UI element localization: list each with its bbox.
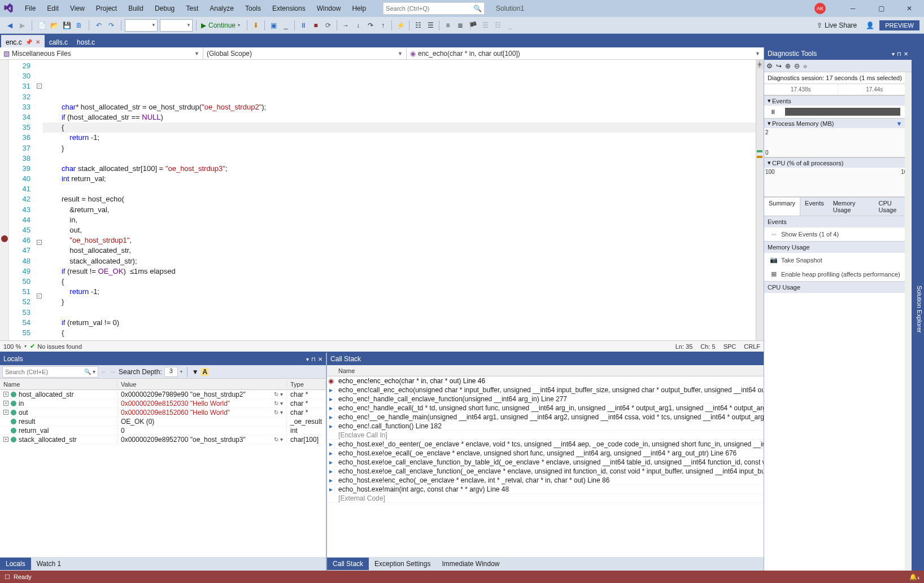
depth-input[interactable]: 3 — [164, 367, 178, 377]
toolbar-icon[interactable]: ☷ — [491, 19, 504, 32]
hot-reload-icon[interactable]: ▣ — [267, 19, 280, 32]
menu-file[interactable]: File — [19, 2, 41, 15]
column-name[interactable]: Name — [335, 367, 794, 374]
diag-tab-events[interactable]: Events — [800, 198, 829, 216]
step-over-button[interactable]: ↷ — [364, 19, 377, 32]
events-header[interactable]: ▾ Events — [764, 95, 912, 106]
dropdown-icon[interactable]: ▾ — [306, 356, 309, 362]
callstack-row[interactable]: ▸echo_host.exe!oe_call_enclave_function_… — [327, 458, 816, 467]
callstack-row[interactable]: ▸echo_host.exe!oe_ecall(_oe_enclave * en… — [327, 449, 816, 458]
locals-row[interactable]: + out0x00000209e8152060 "Hello World"↻ ▾… — [0, 408, 326, 417]
nav-fwd-button[interactable]: ▶ — [16, 19, 28, 32]
code-area[interactable]: char* host_allocated_str = oe_host_strdu… — [43, 60, 756, 340]
cpu-chart[interactable]: 100 100 — [764, 168, 912, 197]
menu-window[interactable]: Window — [311, 2, 347, 15]
tab-host-c[interactable]: host.c — [72, 35, 99, 47]
callstack-row[interactable]: ▸echo_host.exe!enc_echo(_oe_enclave * en… — [327, 476, 816, 485]
pin-icon[interactable]: ⊓ — [897, 51, 901, 57]
highlight-icon[interactable]: A — [201, 368, 210, 376]
procmem-chart[interactable]: 2 2 0 0 — [764, 128, 912, 157]
config-dropdown[interactable]: ▼ — [125, 19, 158, 32]
tab-watch-1[interactable]: Watch 1 — [31, 558, 67, 570]
menu-analyze[interactable]: Analyze — [204, 2, 239, 15]
nav-left-icon[interactable]: ← — [101, 368, 107, 376]
locals-table[interactable]: Name Value Type + host_allocated_str0x00… — [0, 379, 326, 557]
dropdown-icon[interactable]: ▾ — [892, 51, 895, 57]
zoom-in-icon[interactable]: ⊕ — [785, 62, 791, 70]
menu-project[interactable]: Project — [90, 2, 123, 15]
callstack-row[interactable]: ▸echo_enc!.call_function() Line 182C++ — [327, 422, 816, 431]
show-events-row[interactable]: ◦◦Show Events (1 of 4) — [764, 227, 912, 241]
locals-row[interactable]: resultOE_OK (0)_oe_result — [0, 417, 326, 426]
menu-test[interactable]: Test — [180, 2, 204, 15]
toolbar-icon[interactable]: ☷ — [412, 19, 424, 32]
column-value[interactable]: Value — [117, 381, 287, 388]
save-button[interactable]: 💾 — [60, 19, 73, 32]
pause-button[interactable]: ⏸ — [297, 19, 310, 32]
restart-button[interactable]: ⟳ — [322, 19, 334, 32]
new-item-button[interactable]: 📄 — [36, 19, 48, 32]
nav-right-icon[interactable]: → — [110, 368, 116, 376]
scope-dropdown[interactable]: (Global Scope) ▼ — [203, 47, 407, 59]
split-icon[interactable]: ╪ — [756, 60, 764, 69]
close-button[interactable]: ✕ — [897, 1, 922, 16]
notifications-icon[interactable]: 🔔₁ — [909, 573, 919, 580]
undo-button[interactable]: ↶ — [93, 19, 105, 32]
toolbar-icon[interactable]: _ — [504, 19, 516, 32]
callstack-row[interactable]: ▸echo_enc!__oe_handle_main(unsigned __in… — [327, 413, 816, 422]
callstack-table[interactable]: Name Lang ◉echo_enc!enc_echo(char * in, … — [327, 365, 816, 557]
issues-label[interactable]: No issues found — [37, 343, 82, 350]
close-icon[interactable]: ✕ — [904, 51, 908, 57]
callstack-row[interactable]: [External Code] — [327, 494, 816, 503]
feedback-button[interactable]: 👤 — [864, 19, 876, 32]
column-name[interactable]: Name — [0, 381, 117, 388]
maximize-button[interactable]: ▢ — [869, 1, 894, 16]
callstack-row[interactable]: [Enclave Call In] — [327, 431, 816, 440]
diag-timeline[interactable]: 17.438s 17.44s — [764, 84, 912, 95]
quick-search[interactable]: 🔍 — [383, 2, 485, 15]
toolbar-icon[interactable]: ≣ — [454, 19, 467, 32]
tab-locals[interactable]: Locals — [0, 558, 31, 570]
save-all-button[interactable]: 🗎 — [73, 19, 85, 32]
show-next-button[interactable]: → — [339, 19, 352, 32]
tab-enc-c[interactable]: enc.c📌✕ — [1, 35, 45, 47]
tab-calls-c[interactable]: calls.c — [45, 35, 72, 47]
toolbar-icon[interactable]: ☰ — [479, 19, 491, 32]
step-into-button[interactable]: ↓ — [352, 19, 364, 32]
toolbar-icon[interactable]: ⬇ — [250, 19, 262, 32]
menu-view[interactable]: View — [64, 2, 90, 15]
menu-tools[interactable]: Tools — [239, 2, 267, 15]
toolbar-icon[interactable]: ⚡ — [394, 19, 407, 32]
cpu-header[interactable]: ▾ CPU (% of all processors) — [764, 157, 912, 168]
locals-search-input[interactable] — [5, 369, 84, 375]
take-snapshot-row[interactable]: 📷Take Snapshot — [764, 253, 912, 267]
preview-button[interactable]: PREVIEW — [879, 20, 919, 30]
stop-button[interactable]: ■ — [310, 19, 322, 32]
step-out-button[interactable]: ↑ — [377, 19, 389, 32]
menu-extensions[interactable]: Extensions — [267, 2, 311, 15]
gear-icon[interactable]: ⚙ — [766, 62, 773, 70]
tab-immediate-window[interactable]: Immediate Window — [436, 558, 505, 570]
editor-scrollbar[interactable]: ╪ — [756, 60, 764, 340]
heap-profiling-row[interactable]: ▦Enable heap profiling (affects performa… — [764, 267, 912, 281]
minimize-button[interactable]: ─ — [840, 1, 865, 16]
callstack-row[interactable]: ▸echo_host.exe!main(int argc, const char… — [327, 485, 816, 494]
callstack-row[interactable]: ◉echo_enc!enc_echo(char * in, char * out… — [327, 376, 816, 385]
callstack-row[interactable]: ▸echo_host.exe!_do_eenter(_oe_enclave * … — [327, 440, 816, 449]
tab-call-stack[interactable]: Call Stack — [327, 558, 369, 570]
reset-icon[interactable]: ⟐ — [803, 62, 807, 70]
platform-dropdown[interactable]: ▼ — [160, 19, 193, 32]
live-share-button[interactable]: ⇪ Live Share — [813, 20, 860, 30]
menu-debug[interactable]: Debug — [149, 2, 180, 15]
project-dropdown[interactable]: ▧ Miscellaneous Files ▼ — [0, 47, 203, 59]
toolbar-icon[interactable]: _ — [280, 19, 292, 32]
locals-search[interactable]: 🔍 ▾ — [2, 366, 98, 378]
redo-button[interactable]: ↷ — [105, 19, 117, 32]
user-avatar[interactable]: AK — [814, 3, 826, 14]
filter-icon[interactable]: ▼ — [192, 368, 199, 376]
pin-icon[interactable]: 📌 — [25, 39, 32, 45]
search-input[interactable] — [386, 5, 473, 12]
menu-build[interactable]: Build — [123, 2, 149, 15]
toolbar-icon[interactable]: 🏴 — [467, 19, 479, 32]
close-icon[interactable]: ✕ — [36, 39, 40, 45]
